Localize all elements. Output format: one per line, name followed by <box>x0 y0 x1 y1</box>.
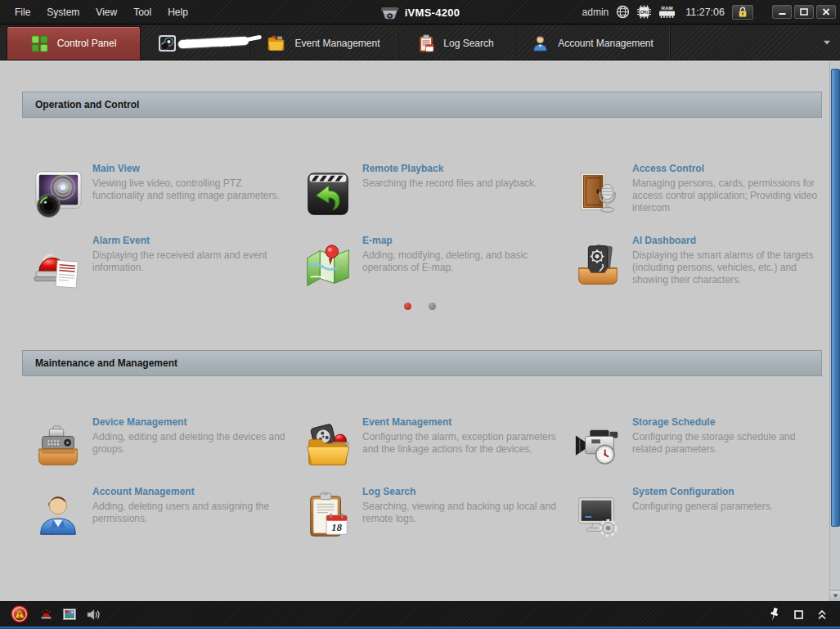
alarm-status-icon[interactable] <box>10 604 29 624</box>
statusbar-right <box>768 607 830 622</box>
access-control-icon <box>573 159 623 231</box>
module-alarm-event[interactable]: Alarm EventDisplaying the received alarm… <box>33 231 303 303</box>
device-management-icon <box>33 412 83 482</box>
tab-log-search[interactable]: Log Search <box>398 26 515 60</box>
module-text: AI DashboardDisplaying the smart alarms … <box>632 231 822 303</box>
module-text: E-mapAdding, modifying, deleting, and ba… <box>362 231 561 303</box>
app-window: FileSystemViewToolHelp iVMS-4200 admin C… <box>0 0 840 629</box>
menu-view[interactable]: View <box>88 0 125 25</box>
ai-dashboard-icon <box>573 231 623 303</box>
collapse-icon[interactable] <box>817 609 827 620</box>
module-log-search[interactable]: 18Log SearchSearching, viewing and backi… <box>303 482 573 551</box>
maximize-button[interactable] <box>794 5 814 19</box>
module-title[interactable]: Storage Schedule <box>632 416 822 428</box>
sections-container: Operation and ControlMain ViewViewing li… <box>0 92 840 551</box>
tab-main-view[interactable]: Main View <box>141 26 249 60</box>
module-desc: Configuring the alarm, exception paramet… <box>362 431 561 456</box>
account-management-tab-icon <box>532 34 549 52</box>
event-management-icon <box>303 412 353 482</box>
module-event-management[interactable]: Event ManagementConfiguring the alarm, e… <box>303 412 573 482</box>
tab-account-management[interactable]: Account Management <box>515 26 671 60</box>
system-status-icons: CPURAM <box>616 5 676 19</box>
module-main-view[interactable]: Main ViewViewing live video, controlling… <box>33 159 303 231</box>
module-desc: Configuring the storage schedule and rel… <box>632 431 822 456</box>
module-title[interactable]: Alarm Event <box>92 235 291 246</box>
svg-text:CPU: CPU <box>640 11 649 15</box>
module-title[interactable]: E-map <box>362 235 561 246</box>
tab-event-management[interactable]: Event Management <box>249 26 398 60</box>
module-desc: Configuring general parameters. <box>632 501 822 513</box>
scrollbar-track[interactable] <box>829 61 840 601</box>
cpu-usage-icon: CPU <box>636 5 652 19</box>
menu-help[interactable]: Help <box>159 0 196 25</box>
module-desc: Managing persons, cards, permissions for… <box>632 177 822 214</box>
module-storage-schedule[interactable]: Storage ScheduleConfiguring the storage … <box>573 412 822 482</box>
storage-schedule-icon <box>573 412 623 482</box>
network-icon <box>616 5 630 19</box>
scrollbar-thumb[interactable] <box>831 69 840 527</box>
module-account-management[interactable]: Account ManagementAdding, deleting users… <box>33 482 303 551</box>
module-title[interactable]: System Configuration <box>632 486 822 497</box>
module-desc: Displaying the smart alarms of the targe… <box>632 249 822 286</box>
module-system-configuration[interactable]: System ConfigurationConfiguring general … <box>573 482 822 551</box>
alarm-triggered-icon[interactable] <box>40 609 52 621</box>
account-management-icon <box>33 482 83 551</box>
tab-bar: Control PanelMain ViewEvent ManagementLo… <box>0 25 840 61</box>
module-title[interactable]: Access Control <box>632 163 822 174</box>
audio-icon[interactable] <box>87 609 100 621</box>
section-header-maintenance-and-management: Maintenance and Management <box>22 350 822 376</box>
module-text: Remote PlaybackSearching the record file… <box>362 159 561 231</box>
module-title[interactable]: Account Management <box>92 486 291 497</box>
module-device-management[interactable]: Device ManagementAdding, editing and del… <box>33 412 303 482</box>
module-text: Device ManagementAdding, editing and del… <box>92 412 291 482</box>
menu-file[interactable]: File <box>7 0 38 25</box>
log-search-tab-icon <box>419 34 434 52</box>
module-desc: Adding, editing and deleting the devices… <box>92 431 291 456</box>
menu-bar: FileSystemViewToolHelp <box>0 0 196 25</box>
menu-system[interactable]: System <box>38 0 88 25</box>
tab-strip: Control PanelMain ViewEvent ManagementLo… <box>7 26 671 60</box>
snapshot-icon[interactable] <box>63 609 76 620</box>
module-title[interactable]: Main View <box>92 163 291 174</box>
minimize-button[interactable] <box>772 5 792 19</box>
close-button[interactable] <box>816 5 836 19</box>
app-title-group: iVMS-4200 <box>380 0 460 25</box>
module-title[interactable]: Log Search <box>362 486 561 497</box>
module-text: Account ManagementAdding, deleting users… <box>92 482 291 551</box>
restore-panel-icon[interactable] <box>794 610 803 619</box>
module-title[interactable]: Device Management <box>92 416 291 428</box>
alarm-event-icon <box>33 231 83 303</box>
main-view-icon <box>33 159 83 231</box>
title-bar: FileSystemViewToolHelp iVMS-4200 admin C… <box>0 0 840 25</box>
main-view-tab-icon <box>158 34 177 52</box>
menu-tool[interactable]: Tool <box>125 0 159 25</box>
module-title[interactable]: AI Dashboard <box>632 235 822 246</box>
module-title[interactable]: Remote Playback <box>362 163 561 174</box>
module-text: Event ManagementConfiguring the alarm, e… <box>362 412 561 482</box>
pagination-dots <box>0 303 840 310</box>
module-text: Log SearchSearching, viewing and backing… <box>362 482 561 551</box>
titlebar-right: admin CPURAM 11:27:06 <box>582 5 840 20</box>
page-dot-2[interactable] <box>429 303 436 310</box>
tab-label: Account Management <box>558 38 654 49</box>
scrollbar-down-arrow[interactable] <box>830 590 840 601</box>
module-ai-dashboard[interactable]: AI DashboardDisplaying the smart alarms … <box>573 231 822 303</box>
section-title: Maintenance and Management <box>35 357 177 369</box>
section-header-operation-and-control: Operation and Control <box>22 92 822 118</box>
control-panel-content: Operation and ControlMain ViewViewing li… <box>0 61 840 601</box>
tab-overflow-button[interactable] <box>820 37 833 48</box>
page-dot-1[interactable] <box>404 303 411 310</box>
pin-icon[interactable] <box>768 607 780 622</box>
module-remote-playback[interactable]: Remote PlaybackSearching the record file… <box>303 159 573 231</box>
lock-button[interactable] <box>732 5 753 20</box>
module-title[interactable]: Event Management <box>362 416 561 428</box>
tab-label: Control Panel <box>57 38 117 49</box>
status-bar <box>0 601 840 627</box>
module-access-control[interactable]: Access ControlManaging persons, cards, p… <box>573 159 822 231</box>
svg-text:18: 18 <box>331 522 342 533</box>
app-title: iVMS-4200 <box>405 7 460 19</box>
tab-control-panel[interactable]: Control Panel <box>7 26 141 60</box>
module-text: System ConfigurationConfiguring general … <box>632 482 822 551</box>
remote-playback-icon <box>303 159 353 231</box>
module-e-map[interactable]: E-mapAdding, modifying, deleting, and ba… <box>303 231 573 303</box>
